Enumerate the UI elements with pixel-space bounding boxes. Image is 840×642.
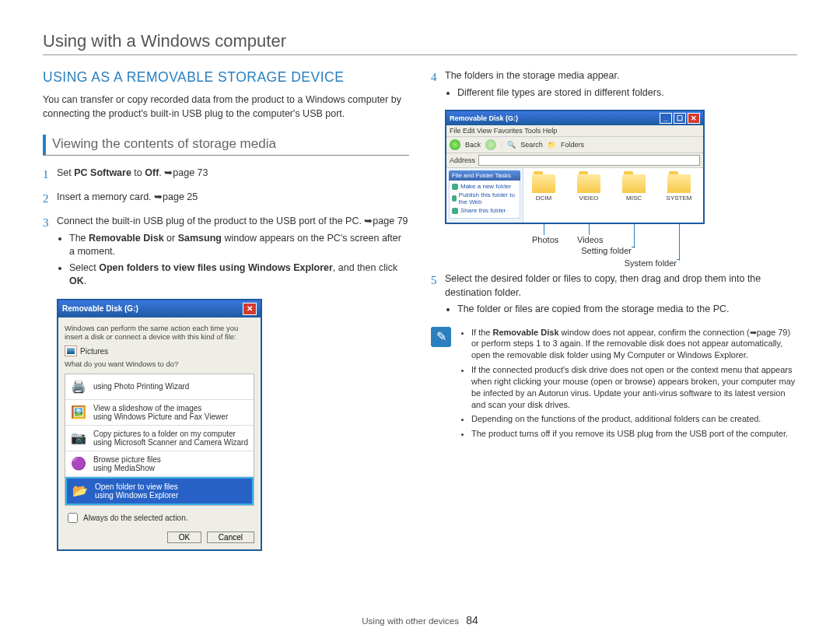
sidebar-tasks-header: File and Folder Tasks: [449, 170, 520, 181]
sub-heading-bar: [43, 135, 46, 155]
dialog-prompt: What do you want Windows to do?: [65, 360, 254, 368]
explorer-titlebar: Removable Disk (G:) _ ☐ ✕: [446, 111, 703, 125]
folder-misc[interactable]: MISC: [618, 174, 649, 202]
step-4: 4 The folders in the storage media appea…: [431, 69, 797, 102]
footer-label: Using with other devices: [362, 616, 459, 626]
folders-label: Folders: [561, 141, 584, 149]
step3-bullet1: The Removable Disk or Samsung window app…: [69, 232, 409, 259]
explorer-toolbar: Back | 🔍Search 📁Folders: [446, 137, 703, 153]
folders-icon[interactable]: 📁: [548, 141, 556, 149]
step4-bullet1: Different file types are stored in diffe…: [457, 86, 797, 100]
pictures-label: Pictures: [80, 347, 108, 356]
note-3: Depending on the functions of the produc…: [471, 413, 797, 425]
dialog-options-list: 🖨️ using Photo Printing Wizard 🖼️ View a…: [65, 374, 254, 506]
printer-icon: 🖨️: [68, 377, 89, 396]
folder-icon: [667, 174, 691, 193]
explorer-window: Removable Disk (G:) _ ☐ ✕ File Edit View…: [445, 110, 705, 224]
sidebar-link-publish[interactable]: Publish this folder to the Web: [452, 191, 517, 205]
option-printing-wizard[interactable]: 🖨️ using Photo Printing Wizard: [65, 374, 254, 400]
callout-setting: Setting folder: [571, 246, 632, 255]
dialog-titlebar: Removable Disk (G:) ✕: [58, 300, 261, 317]
option-copy-pictures[interactable]: 📷 Copy pictures to a folder on my comput…: [65, 426, 254, 451]
forward-icon[interactable]: [485, 139, 496, 150]
option-open-folder[interactable]: 📂 Open folder to view filesusing Windows…: [65, 477, 254, 505]
option-slideshow[interactable]: 🖼️ View a slideshow of the imagesusing W…: [65, 400, 254, 426]
note-1: If the Removable Disk window does not ap…: [471, 327, 797, 362]
minimize-icon[interactable]: _: [660, 113, 672, 124]
close-icon[interactable]: ✕: [688, 113, 700, 124]
step-num-1: 1: [43, 167, 57, 183]
autoplay-dialog: Removable Disk (G:) ✕ Windows can perfor…: [57, 299, 262, 551]
page-number: 84: [466, 614, 478, 626]
step-3: 3 Connect the built-in USB plug of the p…: [43, 215, 409, 291]
step1-b: PC Software: [74, 167, 131, 178]
folder-system[interactable]: SYSTEM: [663, 174, 695, 202]
search-label: Search: [520, 141, 543, 149]
step4-text: The folders in the storage media appear.: [445, 70, 619, 81]
step1-a: Set: [57, 167, 74, 178]
always-do-checkbox[interactable]: [68, 513, 78, 523]
address-input[interactable]: [478, 155, 700, 166]
back-icon[interactable]: [450, 139, 460, 150]
section-heading: USING AS A REMOVABLE STORAGE DEVICE: [43, 69, 409, 86]
dialog-title-text: Removable Disk (G:): [62, 304, 138, 313]
folder-icon: [622, 174, 646, 193]
step3-text: Connect the built-in USB plug of the pro…: [57, 216, 408, 226]
folder-icon: [577, 174, 600, 193]
callout-photos: Photos: [532, 235, 558, 244]
back-label: Back: [465, 141, 481, 149]
callout-videos: Videos: [577, 235, 603, 244]
mediashow-icon: 🟣: [68, 454, 89, 473]
step3-bullet2: Select Open folders to view files using …: [69, 261, 409, 289]
dialog-line1: Windows can perform the same action each…: [65, 324, 254, 342]
cancel-button[interactable]: Cancel: [207, 531, 254, 543]
step1-c: to: [131, 167, 145, 178]
callout-lines: Photos Videos Setting folder System fold…: [445, 224, 702, 269]
always-do-checkbox-row[interactable]: Always do the selected action.: [65, 510, 254, 525]
camera-wizard-icon: 📷: [68, 429, 89, 447]
sub-heading: Viewing the contents of storage media: [52, 135, 276, 155]
right-column: 4 The folders in the storage media appea…: [431, 69, 797, 551]
page-title: Using with a Windows computer: [43, 31, 797, 51]
intro-text: You can transfer or copy recorded data f…: [43, 93, 409, 121]
explorer-sidebar: File and Folder Tasks Make a new folder …: [446, 168, 523, 223]
step-num-2: 2: [43, 191, 57, 207]
sub-heading-wrap: Viewing the contents of storage media: [43, 135, 409, 156]
folder-icon: [532, 174, 555, 193]
step1-d: Off: [145, 167, 159, 178]
folder-dcim[interactable]: DCIM: [528, 174, 559, 202]
step-2: 2 Insert a memory card. ➥page 25: [43, 191, 409, 207]
sidebar-link-new-folder[interactable]: Make a new folder: [452, 183, 517, 190]
step-1: 1 Set PC Software to Off. ➥page 73: [43, 167, 409, 183]
note-4: The product turns off if you remove its …: [471, 428, 797, 440]
callout-system: System folder: [613, 258, 677, 268]
maximize-icon[interactable]: ☐: [674, 113, 686, 124]
step5-bullet1: The folder or files are copied from the …: [457, 303, 797, 317]
explorer-menu[interactable]: File Edit View Favorites Tools Help: [446, 125, 703, 137]
step-num-5: 5: [431, 272, 445, 319]
step-num-3: 3: [43, 215, 57, 291]
folder-video[interactable]: VIDEO: [573, 174, 604, 202]
explorer-title-text: Removable Disk (G:): [450, 114, 518, 122]
explorer-addressbar: Address: [446, 153, 703, 168]
left-column: USING AS A REMOVABLE STORAGE DEVICE You …: [43, 69, 409, 551]
always-do-label: Always do the selected action.: [83, 514, 188, 522]
dialog-pictures-row: Pictures: [65, 346, 254, 356]
pictures-icon: [65, 346, 77, 356]
step-5: 5 Select the desired folder or files to …: [431, 272, 797, 319]
page-footer: Using with other devices 84: [0, 614, 840, 626]
close-icon[interactable]: ✕: [243, 303, 257, 315]
ok-button[interactable]: OK: [167, 531, 201, 543]
explorer-main: DCIM VIDEO MISC SYSTEM: [523, 168, 703, 223]
step5-text: Select the desired folder or files to co…: [445, 273, 761, 298]
search-icon[interactable]: 🔍: [507, 141, 516, 149]
address-label: Address: [450, 156, 475, 164]
step1-e: . ➥page 73: [159, 167, 208, 178]
slideshow-icon: 🖼️: [68, 403, 89, 422]
sidebar-link-share[interactable]: Share this folder: [452, 207, 517, 214]
title-rule: [43, 54, 797, 55]
note-block: ✎ If the Removable Disk window does not …: [431, 327, 797, 444]
option-browse-mediashow[interactable]: 🟣 Browse picture filesusing MediaShow: [65, 451, 254, 477]
note-2: If the connected product's disk drive do…: [471, 364, 797, 410]
folder-open-icon: 📂: [70, 482, 90, 500]
